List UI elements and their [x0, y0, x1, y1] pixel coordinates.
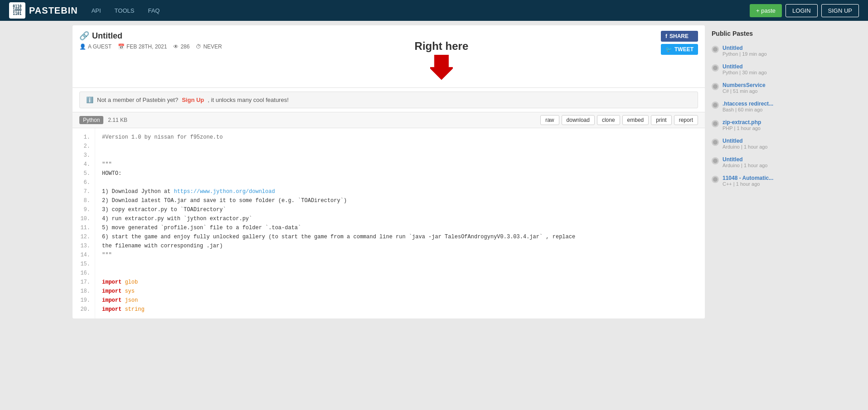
- paste-item-icon: [712, 157, 719, 164]
- code-content: #Version 1.0 by nissan for f95zone.to ""…: [95, 128, 705, 318]
- raw-button[interactable]: raw: [540, 115, 559, 125]
- signup-link[interactable]: Sign Up: [182, 96, 204, 103]
- fb-share-label: SHARE: [669, 33, 689, 39]
- paste-item-info: 11048 - Automatic... C++ | 1 hour ago: [723, 175, 773, 187]
- sidebar-paste-item[interactable]: NumbersService C# | 51 min ago: [712, 79, 795, 97]
- paste-item-title: Untitled: [723, 45, 767, 51]
- paste-item-info: zip-extract.php PHP | 1 hour ago: [723, 119, 761, 131]
- tw-icon: 🐦: [665, 46, 672, 53]
- content-area: 🔗 Untitled 👤 A GUEST 📅 FEB 28TH, 2021 👁 …: [73, 25, 705, 318]
- notice-text: Not a member of Pastebin yet?: [97, 96, 178, 103]
- sidebar-paste-item[interactable]: Untitled Arduino | 1 hour ago: [712, 153, 795, 172]
- code-block: 1. 2. 3. 4. 5. 6. 7. 8. 9. 10. 11. 12. 1…: [73, 128, 705, 318]
- paste-item-meta: Bash | 60 min ago: [723, 107, 773, 112]
- author-meta: 👤 A GUEST: [79, 43, 112, 50]
- paste-item-info: NumbersService C# | 51 min ago: [723, 82, 766, 94]
- nav-faq[interactable]: FAQ: [148, 7, 160, 14]
- sidebar-paste-item[interactable]: Untitled Arduino | 1 hour ago: [712, 135, 795, 153]
- paste-item-title: Untitled: [723, 63, 767, 70]
- arrow-down-icon: [430, 55, 453, 80]
- social-buttons: f SHARE 🐦 TWEET: [661, 31, 698, 55]
- paste-item-meta: C# | 51 min ago: [723, 88, 766, 94]
- annotation-area: Right here: [415, 31, 469, 82]
- code-toolbar: Python 2.11 KB raw download clone embed …: [73, 112, 705, 128]
- header-right: + paste LOGIN SIGN UP: [750, 4, 859, 17]
- views-text: 286: [180, 43, 189, 50]
- logo-area: 011010001101 PASTEBIN: [9, 2, 78, 19]
- line-numbers: 1. 2. 3. 4. 5. 6. 7. 8. 9. 10. 11. 12. 1…: [73, 128, 95, 318]
- nav-tools[interactable]: TOOLS: [115, 7, 135, 14]
- paste-item-icon: [712, 46, 719, 53]
- calendar-icon: 📅: [118, 43, 125, 50]
- paste-item-meta: Arduino | 1 hour ago: [723, 163, 767, 168]
- paste-item-meta: Arduino | 1 hour ago: [723, 144, 767, 150]
- code-toolbar-right: raw download clone embed print report: [540, 115, 698, 125]
- paste-item-icon: [712, 83, 719, 90]
- paste-item-title: Untitled: [723, 156, 767, 163]
- signup-button[interactable]: SIGN UP: [821, 4, 859, 17]
- nav-api[interactable]: API: [92, 7, 101, 14]
- print-button[interactable]: print: [651, 115, 671, 125]
- link-icon: 🔗: [79, 31, 89, 41]
- sidebar-paste-item[interactable]: zip-extract.php PHP | 1 hour ago: [712, 116, 795, 135]
- sidebar-paste-item[interactable]: .htaccess redirect... Bash | 60 min ago: [712, 97, 795, 116]
- code-toolbar-left: Python 2.11 KB: [79, 116, 127, 124]
- expiry-meta: ⏱ NEVER: [196, 43, 222, 50]
- fb-icon: f: [665, 33, 667, 39]
- paste-item-icon: [712, 139, 719, 146]
- paste-list: Untitled Python | 19 min ago Untitled Py…: [712, 42, 795, 190]
- paste-item-title: 11048 - Automatic...: [723, 175, 773, 181]
- paste-item-title: zip-extract.php: [723, 119, 761, 125]
- paste-item-icon: [712, 176, 719, 183]
- download-button[interactable]: download: [562, 115, 595, 125]
- public-pastes-header: Public Pastes: [712, 30, 795, 37]
- paste-title-text: Untitled: [92, 31, 122, 41]
- paste-header: 🔗 Untitled 👤 A GUEST 📅 FEB 28TH, 2021 👁 …: [73, 25, 705, 88]
- twitter-tweet-button[interactable]: 🐦 TWEET: [661, 44, 698, 55]
- language-badge: Python: [79, 116, 103, 124]
- paste-item-info: Untitled Python | 19 min ago: [723, 45, 767, 57]
- author-text: A GUEST: [88, 43, 112, 50]
- paste-item-icon: [712, 101, 719, 109]
- embed-button[interactable]: embed: [622, 115, 649, 125]
- notice-bar: ℹ️ Not a member of Pastebin yet? Sign Up…: [79, 92, 698, 108]
- sidebar-paste-item[interactable]: 11048 - Automatic... C++ | 1 hour ago: [712, 172, 795, 190]
- info-icon: ℹ️: [86, 96, 93, 103]
- tw-tweet-label: TWEET: [674, 46, 693, 53]
- new-paste-button[interactable]: + paste: [750, 4, 782, 17]
- paste-item-title: NumbersService: [723, 82, 766, 88]
- sidebar-paste-item[interactable]: Untitled Python | 19 min ago: [712, 42, 795, 60]
- paste-item-icon: [712, 64, 719, 72]
- paste-item-title: .htaccess redirect...: [723, 101, 773, 107]
- file-size: 2.11 KB: [108, 117, 127, 123]
- paste-item-meta: Python | 19 min ago: [723, 51, 767, 57]
- paste-title: 🔗 Untitled: [79, 31, 222, 41]
- paste-item-meta: C++ | 1 hour ago: [723, 181, 773, 187]
- user-icon: 👤: [79, 43, 86, 50]
- svg-marker-0: [430, 55, 453, 80]
- paste-item-info: .htaccess redirect... Bash | 60 min ago: [723, 101, 773, 112]
- paste-item-icon: [712, 120, 719, 127]
- expiry-text: NEVER: [203, 43, 222, 50]
- eye-icon: 👁: [173, 43, 179, 50]
- paste-item-title: Untitled: [723, 138, 767, 144]
- paste-item-info: Untitled Arduino | 1 hour ago: [723, 138, 767, 150]
- main-layout: 🔗 Untitled 👤 A GUEST 📅 FEB 28TH, 2021 👁 …: [0, 21, 868, 323]
- paste-meta: 👤 A GUEST 📅 FEB 28TH, 2021 👁 286 ⏱ NEVER: [79, 43, 222, 50]
- date-meta: 📅 FEB 28TH, 2021: [118, 43, 167, 50]
- login-button[interactable]: LOGIN: [786, 4, 817, 17]
- paste-title-area: 🔗 Untitled 👤 A GUEST 📅 FEB 28TH, 2021 👁 …: [79, 31, 222, 50]
- paste-item-meta: Python | 30 min ago: [723, 70, 767, 75]
- header: 011010001101 PASTEBIN API TOOLS FAQ + pa…: [0, 0, 868, 21]
- sidebar: Public Pastes Untitled Python | 19 min a…: [712, 25, 795, 318]
- clone-button[interactable]: clone: [597, 115, 620, 125]
- logo-icon: 011010001101: [9, 2, 25, 19]
- paste-item-meta: PHP | 1 hour ago: [723, 125, 761, 131]
- report-button[interactable]: report: [674, 115, 698, 125]
- facebook-share-button[interactable]: f SHARE: [661, 31, 698, 42]
- date-text: FEB 28TH, 2021: [126, 43, 167, 50]
- right-here-text: Right here: [415, 40, 469, 53]
- views-meta: 👁 286: [173, 43, 189, 50]
- sidebar-paste-item[interactable]: Untitled Python | 30 min ago: [712, 60, 795, 79]
- paste-item-info: Untitled Python | 30 min ago: [723, 63, 767, 75]
